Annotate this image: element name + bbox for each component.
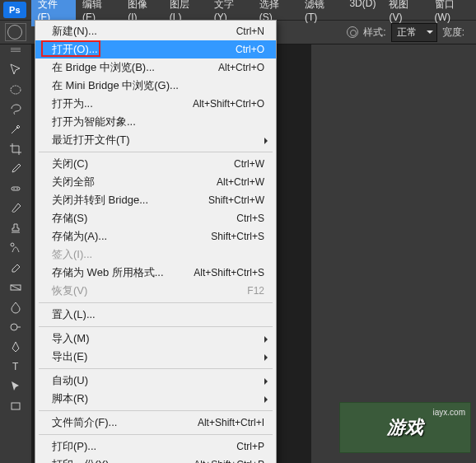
watermark: iayx.com 游戏 [339,402,471,453]
crop-tool-icon[interactable] [4,140,27,158]
menu-item[interactable]: 导入(M) [35,330,276,348]
menu-item-shortcut: F12 [247,285,264,297]
svg-point-2 [11,243,14,246]
menu-item[interactable]: 关闭(C)Ctrl+W [35,155,276,173]
menu-item[interactable]: 滤镜(T) [298,0,343,26]
svg-rect-6 [12,403,20,409]
menu-item[interactable]: 打开(O)...Ctrl+O [35,40,276,58]
menu-item-shortcut: Ctrl+S [236,213,264,224]
menu-item: 恢复(V)F12 [35,282,276,300]
app-logo: Ps [3,2,26,18]
menu-item[interactable]: 在 Bridge 中浏览(B)...Alt+Ctrl+O [35,58,276,77]
style-select[interactable]: 正常 [391,23,437,42]
width-label: 宽度: [442,26,464,40]
menu-item-label: 新建(N)... [52,24,97,39]
type-tool-icon[interactable]: T [4,358,27,376]
menu-item-shortcut: Shift+Ctrl+W [208,194,264,206]
menu-item[interactable]: 最近打开文件(T) [35,131,276,149]
menu-item[interactable]: 新建(N)...Ctrl+N [35,22,276,40]
menu-item-shortcut: Ctrl+N [236,26,264,37]
wand-tool-icon[interactable] [4,120,27,138]
history-brush-tool-icon[interactable] [4,239,27,257]
menu-item[interactable]: 存储为(A)...Shift+Ctrl+S [35,227,276,246]
menu-item-shortcut: Alt+Ctrl+O [218,62,264,73]
menu-item[interactable]: 打印一份(Y)Alt+Shift+Ctrl+P [35,456,276,463]
lasso-tool-icon[interactable] [4,101,27,119]
menu-item-label: 最近打开文件(T) [52,133,130,147]
gear-icon[interactable] [347,26,358,38]
menu-item-shortcut: Ctrl+O [236,44,264,55]
svg-text:T: T [12,361,19,372]
svg-point-4 [11,324,17,330]
menu-item[interactable]: 文件简介(F)...Alt+Shift+Ctrl+I [35,414,276,432]
menu-item-label: 打开为... [52,96,93,111]
menu-item[interactable]: 导出(E) [35,348,276,366]
watermark-url: iayx.com [433,408,465,417]
menu-item[interactable]: 存储(S)Ctrl+S [35,209,276,227]
watermark-text: 游戏 [387,415,423,440]
menu-item-label: 存储为(A)... [52,229,107,244]
menu-item[interactable]: 打印(P)...Ctrl+P [35,437,276,456]
menu-separator [39,326,273,327]
menu-item[interactable]: 打开为智能对象... [35,113,276,131]
eyedropper-tool-icon[interactable] [4,160,27,178]
svg-point-0 [11,86,21,94]
menu-item-label: 导入(M) [52,331,90,346]
toolbar-grip-icon[interactable] [11,48,21,56]
menu-item-label: 关闭全部 [52,175,95,189]
menu-item: 签入(I)... [35,246,276,264]
menu-item-label: 置入(L)... [52,307,96,322]
menu-item[interactable]: 存储为 Web 所用格式...Alt+Shift+Ctrl+S [35,264,276,282]
canvas-area [311,44,476,463]
svg-rect-1 [12,187,20,190]
menu-item-label: 存储(S) [52,211,87,226]
menu-item-label: 自动(U) [52,373,88,388]
shape-tool-icon[interactable] [4,397,27,415]
menu-item-label: 关闭(C) [52,157,88,171]
tool-preset-swatch[interactable] [5,23,26,41]
menu-item[interactable]: 自动(U) [35,372,276,390]
dodge-tool-icon[interactable] [4,318,27,336]
menu-item-label: 打印(P)... [52,439,96,454]
menu-item-label: 恢复(V) [52,283,87,298]
menu-item[interactable]: 关闭并转到 Bridge...Shift+Ctrl+W [35,191,276,209]
menu-item-label: 打开为智能对象... [52,115,136,129]
tools-panel: T [0,44,31,463]
menu-separator [39,410,273,411]
gradient-tool-icon[interactable] [4,278,27,297]
stamp-tool-icon[interactable] [4,219,27,237]
path-select-tool-icon[interactable] [4,377,27,395]
menu-item-label: 脚本(R) [52,391,88,406]
menu-item-shortcut: Alt+Ctrl+W [217,176,264,188]
menu-item-shortcut: Alt+Shift+Ctrl+O [193,98,264,110]
move-tool-icon[interactable] [4,61,27,79]
menu-item-label: 关闭并转到 Bridge... [52,193,148,208]
menu-item-label: 文件简介(F)... [52,415,117,430]
menu-item-shortcut: Alt+Shift+Ctrl+S [194,267,264,278]
pen-tool-icon[interactable] [4,338,27,356]
file-menu-dropdown: 新建(N)...Ctrl+N打开(O)...Ctrl+O在 Bridge 中浏览… [35,20,277,463]
menu-item-label: 打印一份(Y) [52,457,109,463]
menu-item[interactable]: 置入(L)... [35,306,276,324]
menu-item[interactable]: 在 Mini Bridge 中浏览(G)... [35,77,276,95]
menu-item-label: 导出(E) [52,349,87,364]
menu-item-shortcut: Ctrl+P [236,441,264,452]
healing-tool-icon[interactable] [4,180,27,198]
menu-item-label: 签入(I)... [52,247,92,262]
menu-separator [39,368,273,369]
marquee-tool-icon[interactable] [4,81,27,99]
menu-item-shortcut: Ctrl+W [234,158,264,170]
menu-item-shortcut: Shift+Ctrl+S [211,231,264,242]
menu-item[interactable]: 脚本(R) [35,390,276,408]
blur-tool-icon[interactable] [4,298,27,316]
menu-item[interactable]: 打开为...Alt+Shift+Ctrl+O [35,95,276,113]
menu-separator [39,434,273,435]
menu-separator [39,152,273,152]
menubar: Ps 文件(F)编辑(E)图像(I)图层(L)文字(Y)选择(S)滤镜(T)3D… [0,0,476,20]
menu-separator [39,302,273,303]
brush-tool-icon[interactable] [4,199,27,217]
menu-item-shortcut: Alt+Shift+Ctrl+P [194,459,264,463]
menu-item[interactable]: 关闭全部Alt+Ctrl+W [35,173,276,191]
style-label: 样式: [363,26,385,40]
eraser-tool-icon[interactable] [4,259,27,277]
